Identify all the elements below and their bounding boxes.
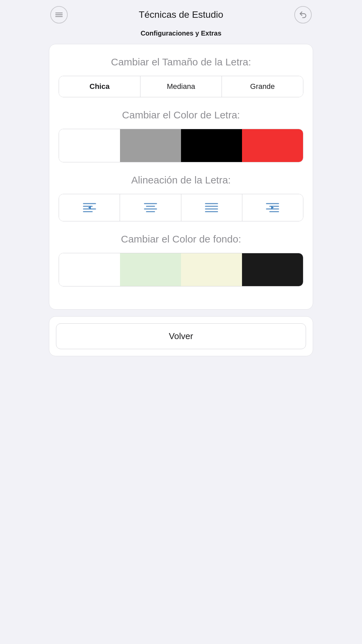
font-size-title: Cambiar el Tamaño de la Letra: — [59, 56, 303, 68]
bg-white[interactable] — [59, 253, 120, 286]
settings-card: Cambiar el Tamaño de la Letra: Chica Med… — [49, 44, 313, 310]
bg-color-title: Cambiar el Color de fondo: — [59, 233, 303, 245]
color-black[interactable] — [181, 129, 242, 162]
app-header: Técnicas de Estudio — [44, 0, 318, 27]
font-size-chica[interactable]: Chica — [59, 76, 140, 97]
bg-black[interactable] — [242, 253, 303, 286]
menu-button[interactable] — [50, 6, 68, 23]
color-white[interactable] — [59, 129, 120, 162]
bottom-card: Volver — [49, 316, 313, 356]
align-justify-btn[interactable] — [181, 194, 242, 221]
font-size-mediana[interactable]: Mediana — [140, 76, 222, 97]
alignment-selector — [59, 194, 303, 221]
alignment-title: Alineación de la Letra: — [59, 174, 303, 186]
bg-light-yellow[interactable] — [181, 253, 242, 286]
font-color-selector — [59, 129, 303, 162]
align-center-btn[interactable] — [120, 194, 181, 221]
font-color-title: Cambiar el Color de Letra: — [59, 109, 303, 121]
color-gray[interactable] — [120, 129, 181, 162]
undo-button[interactable] — [294, 6, 312, 23]
color-red[interactable] — [242, 129, 303, 162]
bg-light-green[interactable] — [120, 253, 181, 286]
page-subtitle: Configuraciones y Extras — [44, 27, 318, 44]
volver-button[interactable]: Volver — [56, 323, 306, 349]
align-right-btn[interactable] — [242, 194, 303, 221]
font-size-grande[interactable]: Grande — [222, 76, 303, 97]
align-left-btn[interactable] — [59, 194, 120, 221]
font-size-selector: Chica Mediana Grande — [59, 76, 303, 97]
bg-color-selector — [59, 253, 303, 286]
page-title: Técnicas de Estudio — [68, 9, 294, 20]
